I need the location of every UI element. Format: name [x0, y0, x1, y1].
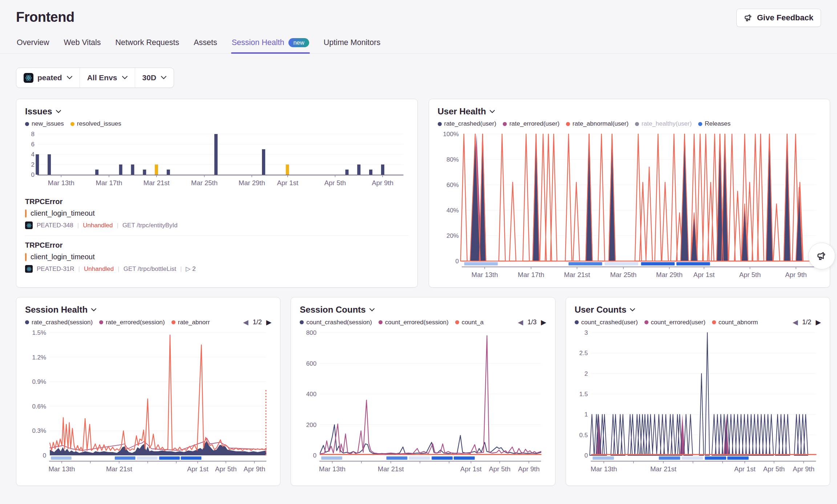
user-health-chart[interactable]: 100%80%60%40%20%0Mar 13thMar 17thMar 21s… [438, 130, 821, 281]
date-range-filter[interactable]: 30D [135, 68, 174, 88]
session-counts-panel-title-dropdown[interactable]: Session Counts [300, 305, 546, 315]
user-health-panel-title-dropdown[interactable]: User Health [438, 106, 821, 117]
user-counts-legend: count_crashed(user)count_errored(user)co… [575, 319, 789, 326]
session-health-chart[interactable]: 1.5%1.2%0.9%0.6%0.3%0Mar 13thMar 21stApr… [25, 329, 271, 475]
legend-next-button[interactable]: ▶ [541, 319, 546, 326]
chevron-down-icon [630, 308, 635, 312]
legend-prev-button[interactable]: ◀ [793, 319, 798, 326]
legend-item-rate-crashed-user-[interactable]: rate_crashed(user) [438, 120, 497, 127]
chevron-down-icon [369, 308, 375, 312]
legend-dot [171, 320, 175, 324]
legend-item-rate-errored-user-[interactable]: rate_errored(user) [503, 120, 559, 127]
tab-web-vitals[interactable]: Web Vitals [63, 36, 102, 53]
project-filter-value: peated [37, 73, 62, 82]
issue-type-link[interactable]: TRPCError [25, 241, 409, 249]
chevron-down-icon [91, 308, 96, 312]
legend-next-button[interactable]: ▶ [266, 319, 272, 326]
legend-label: resolved_issues [77, 120, 121, 127]
svg-text:Apr 1st: Apr 1st [460, 465, 482, 473]
separator: | [77, 222, 79, 229]
legend-label: rate_abnorr [178, 319, 210, 326]
legend-item-count-crashed-session-[interactable]: count_crashed(session) [300, 319, 372, 326]
legend-item-count-errored-session-[interactable]: count_errored(session) [379, 319, 449, 326]
user-health-panel: User Health rate_crashed(user)rate_error… [429, 99, 830, 288]
legend-item-resolved-issues[interactable]: resolved_issues [70, 120, 121, 127]
svg-text:Mar 25th: Mar 25th [191, 179, 218, 187]
issue-item: TRPCErrorclient_login_timeoutPEATED-348|… [25, 192, 409, 235]
tab-network-requests[interactable]: Network Requests [115, 36, 180, 53]
svg-text:Mar 13th: Mar 13th [48, 179, 74, 187]
legend-item-count-errored-user-[interactable]: count_errored(user) [644, 319, 705, 326]
svg-text:Mar 17th: Mar 17th [518, 271, 544, 279]
legend-pager: ◀ 1/3 ▶ [518, 318, 546, 326]
session-health-legend: rate_crashed(session)rate_errored(sessio… [25, 319, 239, 326]
legend-prev-button[interactable]: ◀ [243, 319, 248, 326]
legend-dot [644, 320, 648, 324]
legend-item-rate-healthy-user-[interactable]: rate_healthy(user) [635, 120, 692, 127]
svg-text:2: 2 [31, 161, 35, 168]
legend-next-button[interactable]: ▶ [816, 319, 821, 326]
legend-item-rate-crashed-session-[interactable]: rate_crashed(session) [25, 319, 93, 326]
legend-item-releases[interactable]: Releases [698, 120, 731, 127]
megaphone-icon [817, 251, 827, 261]
svg-text:0.6%: 0.6% [32, 403, 46, 410]
user-counts-panel-title-dropdown[interactable]: User Counts [575, 305, 821, 315]
panel-title: User Health [438, 106, 486, 117]
legend-item-rate-abnorr[interactable]: rate_abnorr [171, 319, 210, 326]
legend-label: new_issues [32, 120, 64, 127]
legend-dot [25, 122, 29, 126]
issue-message[interactable]: client_login_timeout [31, 253, 95, 261]
legend-item-count-abnorm[interactable]: count_abnorm [712, 319, 758, 326]
environment-filter[interactable]: All Envs [80, 68, 135, 88]
user-counts-chart[interactable]: 32.521.510.50Mar 13thMar 21stApr 1stApr … [575, 329, 821, 475]
issue-type-link[interactable]: TRPCError [25, 198, 409, 206]
svg-text:20%: 20% [446, 232, 458, 239]
legend-pager: ◀ 1/2 ▶ [793, 318, 821, 326]
session-health-panel-title-dropdown[interactable]: Session Health [25, 305, 271, 315]
megaphone-icon [744, 13, 753, 22]
issue-level-bar [25, 210, 27, 218]
legend-label: count_crashed(user) [581, 319, 638, 326]
issue-item: TRPCErrorclient_login_timeoutPEATED-31R|… [25, 235, 409, 279]
chevron-down-icon [161, 76, 166, 80]
issues-panel-title-dropdown[interactable]: Issues [25, 106, 409, 117]
chevron-down-icon [67, 76, 72, 80]
tab-uptime-monitors[interactable]: Uptime Monitors [323, 36, 381, 53]
tab-assets[interactable]: Assets [193, 36, 218, 53]
svg-text:Apr 5th: Apr 5th [489, 465, 511, 473]
svg-text:3: 3 [584, 329, 587, 336]
legend-item-rate-abnormal-user-[interactable]: rate_abnormal(user) [566, 120, 628, 127]
issue-unhandled-tag: Unhandled [84, 265, 114, 273]
svg-text:800: 800 [306, 329, 316, 336]
issue-events-expand[interactable]: ▷ 2 [186, 265, 195, 273]
legend-item-rate-errored-session-[interactable]: rate_errored(session) [99, 319, 165, 326]
chevron-down-icon [56, 110, 61, 113]
floating-feedback-button[interactable] [808, 243, 835, 269]
svg-text:1: 1 [584, 411, 587, 418]
legend-dot [698, 122, 702, 126]
session-counts-legend: count_crashed(session)count_errored(sess… [300, 319, 514, 326]
svg-text:Mar 21st: Mar 21st [564, 271, 590, 279]
panel-title: Session Counts [300, 305, 365, 315]
give-feedback-button[interactable]: Give Feedback [736, 9, 821, 27]
legend-item-count-a[interactable]: count_a [455, 319, 484, 326]
legend-item-new-issues[interactable]: new_issues [25, 120, 64, 127]
new-badge: new [288, 38, 309, 47]
issue-message[interactable]: client_login_timeout [31, 209, 95, 218]
legend-item-count-crashed-user-[interactable]: count_crashed(user) [575, 319, 638, 326]
svg-text:0: 0 [43, 452, 46, 459]
panel-title: Session Health [25, 305, 88, 315]
session-counts-chart[interactable]: 8006004002000Mar 13thMar 21stApr 1stApr … [300, 329, 546, 475]
legend-prev-button[interactable]: ◀ [518, 319, 523, 326]
issues-chart[interactable]: 86420Mar 13thMar 17thMar 21stMar 25thMar… [25, 130, 409, 189]
project-filter[interactable]: peated [16, 68, 80, 88]
tab-overview[interactable]: Overview [16, 36, 50, 53]
svg-text:0.5: 0.5 [579, 432, 588, 439]
issue-meta-row: PEATED-348|Unhandled|GET /trpc/entityByI… [25, 221, 409, 229]
legend-dot [99, 320, 103, 324]
user-counts-panel: User Counts count_crashed(user)count_err… [566, 297, 830, 486]
legend-label: rate_healthy(user) [642, 120, 692, 127]
svg-text:40%: 40% [446, 207, 458, 214]
tab-session-health[interactable]: Session Healthnew [231, 36, 310, 53]
react-icon [25, 265, 33, 273]
